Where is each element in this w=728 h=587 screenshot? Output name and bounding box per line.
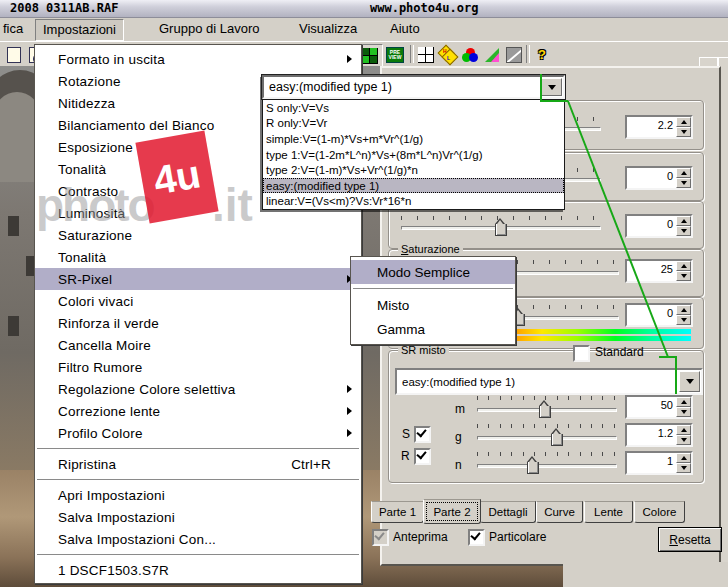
- menu-item-filtro-rumore[interactable]: Filtro Rumore: [35, 356, 361, 378]
- channel-s-checkbox[interactable]: [414, 426, 431, 443]
- channel-s-label: S: [402, 427, 410, 441]
- help-button[interactable]: ?: [530, 44, 554, 65]
- param-m-value: 50: [627, 397, 676, 417]
- preview-button[interactable]: PRE VIEW: [383, 44, 407, 65]
- submenu-item-misto[interactable]: Misto: [351, 293, 515, 317]
- hue-spin-up[interactable]: [676, 305, 691, 315]
- menu-item-label: Contrasto: [58, 184, 118, 199]
- formula-dropdown-overlay: easy:(modified type 1) S only:V=Vs R onl…: [262, 75, 565, 210]
- saturazione-spin-up[interactable]: [676, 261, 691, 271]
- green-grid-icon: [362, 48, 378, 64]
- param-n-spin-down[interactable]: [676, 463, 691, 473]
- menu-item-saturazione[interactable]: Saturazione: [35, 224, 361, 246]
- hue-spin-down[interactable]: [676, 315, 691, 325]
- menu-item-correzione-lente[interactable]: Correzione lente: [35, 400, 361, 422]
- menu-item-apri-impostazioni[interactable]: Apri Impostazioni: [35, 484, 361, 506]
- histogram-button[interactable]: [480, 44, 504, 65]
- exposure-spin-up[interactable]: [676, 168, 691, 178]
- formula-option-type-1[interactable]: type 1:V=(1-2m*L^n)*Vs+(8m*L^n)Vr^(1/g): [263, 147, 564, 163]
- menu-item-rinforza-il-verde[interactable]: Rinforza il verde: [35, 312, 361, 334]
- param-m-spinbox[interactable]: 50: [625, 395, 693, 419]
- menu-item-cancella-moire[interactable]: Cancella Moire: [35, 334, 361, 356]
- formula-combobox-arrow[interactable]: [541, 78, 562, 96]
- tab-curve[interactable]: Curve: [536, 501, 583, 523]
- menu-item-salva-impostazioni-con[interactable]: Salva Impostazioni Con...: [35, 528, 361, 550]
- tab-label: Parte 2: [433, 506, 470, 518]
- tab-colore[interactable]: Colore: [634, 501, 685, 523]
- formula-option-linear[interactable]: linear:V=(Vs<m)?Vs:Vr*16*n: [263, 193, 564, 209]
- tab-lente[interactable]: Lente: [584, 501, 633, 523]
- open-settings-toolbar-button[interactable]: [2, 44, 26, 65]
- param-g-slider[interactable]: [477, 436, 617, 440]
- resetta-button[interactable]: Resetta: [658, 527, 722, 552]
- sr-pixel-submenu: Modo Semplice Misto Gamma: [350, 256, 516, 345]
- menu-item-label: Tonalità: [58, 162, 106, 177]
- menubar-item-visualizza[interactable]: Visualizza: [292, 19, 364, 39]
- contrast-spin-up[interactable]: [676, 216, 691, 226]
- submenu-item-modo-semplice[interactable]: Modo Semplice: [351, 260, 515, 284]
- param-n-spin-up[interactable]: [676, 453, 691, 463]
- hue-spinbox[interactable]: 0: [625, 303, 693, 327]
- param-g-spin-down[interactable]: [676, 435, 691, 445]
- saturazione-spin-down[interactable]: [676, 271, 691, 281]
- formula-option-type-2[interactable]: type 2:V=(1-m)*Vs+Vr^(1/g)*n: [263, 162, 564, 178]
- menubar-item-impostazioni[interactable]: Impostazioni: [35, 19, 124, 41]
- formula-option-s-only[interactable]: S only:V=Vs: [263, 100, 564, 116]
- menu-item-tonalita-2[interactable]: Tonalità: [35, 246, 361, 268]
- menubar-item-modifica[interactable]: fica: [0, 19, 30, 39]
- menu-item-colori-vivaci[interactable]: Colori vivaci: [35, 290, 361, 312]
- sr-misto-combobox-arrow[interactable]: [679, 371, 700, 392]
- tab-parte-1[interactable]: Parte 1: [371, 501, 424, 523]
- saturazione-group-label: Saturazione: [398, 242, 463, 256]
- param-g-thumb[interactable]: [551, 434, 563, 446]
- formula-option-easy[interactable]: easy:(modified type 1): [263, 178, 564, 194]
- gamma-spin-up[interactable]: [676, 117, 691, 127]
- menu-item-recent-file[interactable]: 1 DSCF1503.S7R: [35, 559, 361, 581]
- menu-item-profilo-colore[interactable]: Profilo Colore: [35, 422, 361, 444]
- param-g-spinbox[interactable]: 1.2: [625, 423, 693, 447]
- standard-checkbox[interactable]: [573, 345, 590, 362]
- menu-item-regolazione-colore-selettiva[interactable]: Regolazione Colore selettiva: [35, 378, 361, 400]
- tab-dettagli[interactable]: Dettagli: [480, 501, 536, 523]
- contrast-spin-down[interactable]: [676, 226, 691, 236]
- formula-option-simple[interactable]: simple:V=(1-m)*Vs+m*Vr^(1/g): [263, 131, 564, 147]
- exposure-spin-down[interactable]: [676, 178, 691, 188]
- formula-option-r-only[interactable]: R only:V=Vr: [263, 116, 564, 132]
- window-grid-button[interactable]: [414, 44, 438, 65]
- tab-parte-2[interactable]: Parte 2: [423, 499, 481, 524]
- param-n-thumb[interactable]: [527, 462, 539, 474]
- param-n-spinbox[interactable]: 1: [625, 451, 693, 475]
- param-m-spin-down[interactable]: [676, 407, 691, 417]
- sr-misto-combobox[interactable]: easy:(modified type 1): [395, 368, 703, 395]
- tab-label: Curve: [544, 506, 575, 518]
- menu-item-label: Formato in uscita: [58, 52, 165, 67]
- menu-item-label: Correzione lente: [58, 404, 160, 419]
- menu-item-salva-impostazioni[interactable]: Salva Impostazioni: [35, 506, 361, 528]
- menubar-item-gruppo-di-lavoro[interactable]: Gruppo di Lavoro: [152, 19, 266, 39]
- channel-r-checkbox[interactable]: [414, 448, 431, 465]
- param-g-spin-up[interactable]: [676, 425, 691, 435]
- saturazione-spinbox[interactable]: 25: [625, 259, 693, 283]
- gamma-spinbox[interactable]: 2.2: [625, 115, 693, 139]
- submenu-item-label: Misto: [377, 298, 409, 313]
- anteprima-checkbox[interactable]: [372, 529, 389, 546]
- particolare-checkbox[interactable]: [468, 529, 485, 546]
- menu-item-formato-in-uscita[interactable]: Formato in uscita: [35, 48, 361, 70]
- gamma-spin-down[interactable]: [676, 127, 691, 137]
- rgb-button[interactable]: [458, 44, 482, 65]
- menu-item-sr-pixel[interactable]: SR-Pixel: [35, 268, 361, 290]
- param-m-spin-up[interactable]: [676, 397, 691, 407]
- formula-combobox[interactable]: easy:(modified type 1): [262, 75, 565, 99]
- submenu-item-gamma[interactable]: Gamma: [351, 317, 515, 341]
- exposure-spinbox[interactable]: 0: [625, 166, 693, 190]
- param-m-thumb[interactable]: [539, 406, 551, 418]
- param-n-slider[interactable]: [477, 464, 617, 468]
- high-low-button[interactable]: H L: [436, 44, 460, 65]
- sr-misto-combobox-value: easy:(modified type 1): [397, 376, 678, 388]
- curve-button[interactable]: [502, 44, 526, 65]
- contrast-slider-thumb[interactable]: [495, 224, 507, 236]
- menu-item-ripristina[interactable]: RipristinaCtrl+R: [35, 453, 361, 475]
- menubar-item-aiuto[interactable]: Aiuto: [383, 19, 427, 39]
- tab-label: Dettagli: [489, 506, 528, 518]
- contrast-spinbox[interactable]: 0: [625, 214, 693, 238]
